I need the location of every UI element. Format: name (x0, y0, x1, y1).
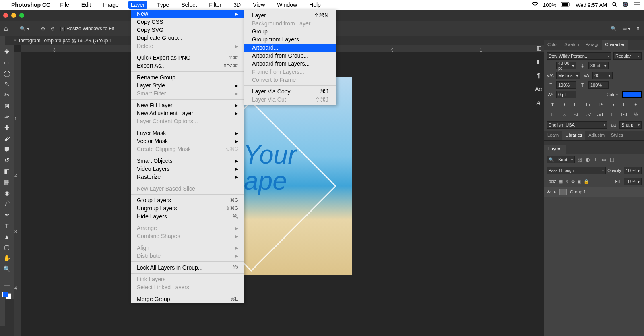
healing-tool-icon[interactable]: ✚ (2, 124, 12, 132)
character-panel-icon[interactable]: A (534, 98, 543, 107)
tab-libraries[interactable]: Libraries (562, 131, 585, 140)
dodge-tool-icon[interactable]: ☄ (2, 200, 12, 208)
blur-tool-icon[interactable]: ◉ (2, 189, 12, 197)
control-center-icon[interactable] (634, 2, 640, 8)
move-tool-icon[interactable]: ✥ (2, 48, 12, 56)
close-window-button[interactable] (3, 13, 8, 18)
lock-artboard-icon[interactable]: ▣ (577, 179, 581, 184)
filter-smart-icon[interactable]: ◫ (609, 157, 615, 162)
subscript-icon[interactable]: T₁ (608, 102, 615, 108)
halves-icon[interactable]: ½ (632, 112, 639, 118)
share-icon[interactable]: ⇪ (636, 26, 640, 31)
quick-select-tool-icon[interactable]: ✎ (2, 80, 12, 88)
menu-item[interactable]: Vector Mask▶ (131, 137, 244, 145)
hscale-input[interactable]: 100% (588, 81, 609, 89)
frame-tool-icon[interactable]: ⊠ (2, 102, 12, 110)
menu-item[interactable]: Ungroup Layers⇧⌘G (131, 204, 244, 212)
menu-item[interactable]: Video Layers▶ (131, 165, 244, 173)
tab-color[interactable]: Color (544, 40, 561, 50)
close-tab-icon[interactable]: × (14, 38, 17, 44)
tab-layers[interactable]: Layers (544, 145, 566, 154)
menu-image[interactable]: Image (101, 1, 121, 9)
menu-item[interactable]: New Fill Layer▶ (131, 101, 244, 109)
menu-item[interactable]: Layer Mask▶ (131, 129, 244, 137)
menu-item[interactable]: Copy CSS (131, 18, 244, 26)
submenu-item[interactable]: Artboard from Layers... (244, 60, 336, 68)
history-panel-icon[interactable]: ▥ (534, 44, 543, 52)
crop-tool-icon[interactable]: ✂ (2, 91, 12, 99)
font-size-input[interactable]: 48.08 pt▾ (556, 62, 576, 69)
lock-paint-icon[interactable]: ✎ (565, 179, 569, 184)
visibility-icon[interactable]: 👁 (547, 189, 551, 194)
lasso-tool-icon[interactable]: ◯ (2, 69, 12, 77)
pen-tool-icon[interactable]: ✒ (2, 211, 12, 219)
zoom-in-icon[interactable]: ⊕ (41, 26, 45, 31)
path-select-tool-icon[interactable]: ▲ (2, 232, 12, 241)
stamp-tool-icon[interactable]: ⛊ (2, 145, 12, 153)
menu-layer[interactable]: Layer (128, 1, 147, 9)
text-color-swatch[interactable] (622, 91, 642, 98)
titling-icon[interactable]: 𝒜 (584, 112, 592, 118)
tab-learn[interactable]: Learn (544, 131, 562, 140)
menu-select[interactable]: Select (179, 1, 199, 9)
menu-item[interactable]: Hide Layers⌘, (131, 212, 244, 220)
lock-all-icon[interactable]: 🔒 (584, 179, 589, 184)
bold-icon[interactable]: T (549, 102, 556, 108)
lock-pos-icon[interactable]: ✥ (571, 179, 575, 184)
eyedropper-tool-icon[interactable]: ✑ (2, 113, 12, 121)
submenu-item[interactable]: Group from Layers... (244, 35, 336, 44)
filter-adjust-icon[interactable]: ◐ (584, 157, 591, 162)
tab-paragraph[interactable]: Paragr (582, 40, 602, 50)
zoom-tool-icon[interactable]: 🔍 (2, 265, 12, 273)
gradient-tool-icon[interactable]: ▦ (2, 178, 12, 186)
menu-edit[interactable]: Edit (79, 1, 93, 9)
expand-icon[interactable]: ▸ (554, 190, 556, 194)
tracking-input[interactable]: 40▾ (592, 72, 613, 79)
menu-item[interactable]: Duplicate Group... (131, 34, 244, 42)
menu-item[interactable]: Merge Group⌘E (131, 295, 244, 303)
menu-item[interactable]: Quick Export as PNG⇧⌘' (131, 54, 244, 62)
layer-row-group1[interactable]: 👁 ▸ Group 1 (544, 187, 644, 197)
menu-item[interactable]: New Adjustment Layer▶ (131, 109, 244, 117)
superscript-icon[interactable]: T¹ (597, 102, 604, 108)
font-style-select[interactable]: Regular▾ (613, 52, 642, 60)
shape-tool-icon[interactable]: ▢ (2, 243, 12, 251)
menu-view[interactable]: View (250, 1, 267, 9)
menu-item[interactable]: Copy SVG (131, 26, 244, 34)
stylistic-icon[interactable]: T (608, 112, 615, 118)
submenu-item[interactable]: Group... (244, 27, 336, 35)
fractions-icon[interactable]: 1st (620, 112, 627, 118)
resize-windows-checkbox[interactable]: ✓Resize Windows to Fit (60, 26, 114, 31)
antialiasing-select[interactable]: Sharp▾ (619, 121, 642, 129)
properties-panel-icon[interactable]: ◧ (534, 57, 543, 66)
marquee-tool-icon[interactable]: ▭ (2, 58, 12, 66)
opacity-input[interactable]: 100%▾ (624, 167, 642, 174)
menu-item[interactable]: Layer Style▶ (131, 81, 244, 89)
menu-item[interactable]: Group Layers⌘G (131, 196, 244, 204)
menu-file[interactable]: File (58, 1, 72, 9)
submenu-item[interactable]: Layer Via Copy⌘J (244, 87, 336, 95)
type-tool-icon[interactable]: T (2, 222, 12, 230)
zoom-out-icon[interactable]: ⊖ (51, 26, 55, 31)
menu-item[interactable]: Lock All Layers in Group...⌘/ (131, 263, 244, 272)
submenu-item[interactable]: Artboard... (244, 44, 336, 52)
tab-styles[interactable]: Styles (608, 131, 626, 140)
menu-item[interactable]: Rasterize▶ (131, 173, 244, 181)
paragraph-panel-icon[interactable]: ¶ (534, 71, 543, 80)
kerning-select[interactable]: Metrics▾ (556, 72, 580, 79)
search-icon[interactable]: 🔍 (611, 26, 617, 31)
minimize-window-button[interactable] (11, 13, 16, 18)
leading-input[interactable]: 38 pt▾ (588, 62, 609, 69)
ligature-icon[interactable]: fi (549, 112, 556, 118)
wifi-icon[interactable] (532, 2, 538, 8)
maximize-window-button[interactable] (19, 13, 24, 18)
glyphs-panel-icon[interactable]: Aα (534, 85, 543, 93)
menu-type[interactable]: Type (155, 1, 171, 9)
brush-tool-icon[interactable]: 🖌 (2, 135, 12, 143)
menu-item[interactable]: Rename Group... (131, 73, 244, 81)
filter-type-icon[interactable]: T (592, 157, 599, 162)
history-brush-tool-icon[interactable]: ↺ (2, 156, 12, 164)
home-icon[interactable]: ⌂ (4, 25, 8, 32)
vscale-input[interactable]: 100% (556, 81, 576, 89)
document-layout-icon[interactable]: ▭ ▾ (622, 26, 630, 31)
